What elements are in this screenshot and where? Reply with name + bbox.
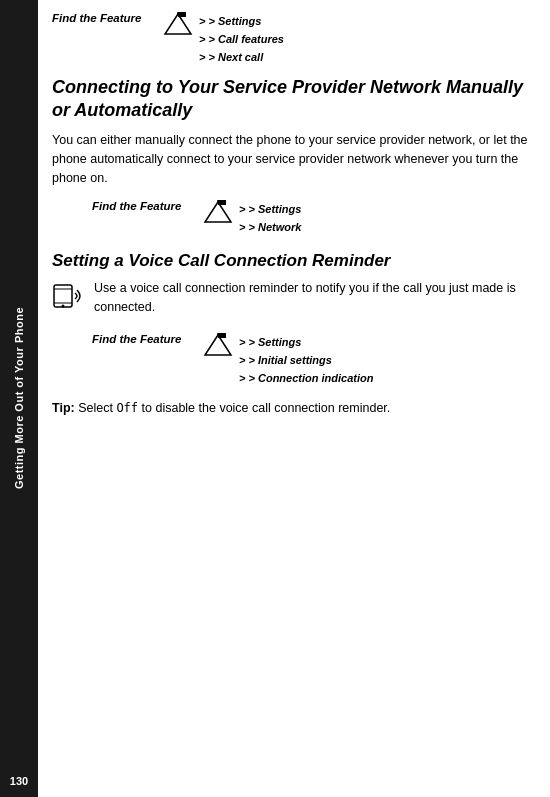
- svg-rect-12: [218, 333, 226, 338]
- middle-find-feature-label: Find the Feature: [92, 200, 197, 212]
- bottom-path-2: > > Initial settings: [239, 351, 373, 369]
- section1-title: Connecting to Your Service Provider Netw…: [52, 76, 532, 121]
- middle-find-feature-paths: > > Settings > > Network: [239, 200, 301, 236]
- svg-rect-6: [54, 285, 72, 307]
- top-path-2: > > Call features: [199, 30, 284, 48]
- main-content: Find the Feature > > Settings > > Call f…: [38, 0, 550, 797]
- tip-paragraph: Tip: Select Off to disable the voice cal…: [52, 399, 532, 418]
- section2-body: Use a voice call connection reminder to …: [94, 279, 532, 317]
- svg-point-9: [62, 305, 65, 308]
- top-find-feature-paths: > > Settings > > Call features > > Next …: [199, 12, 284, 66]
- middle-path-1: > > Settings: [239, 200, 301, 218]
- tip-label: Tip:: [52, 401, 75, 415]
- svg-rect-5: [218, 200, 226, 205]
- tip-text1: Select: [78, 401, 116, 415]
- find-feature-icon-top: [163, 12, 193, 38]
- section2-body-row: Use a voice call connection reminder to …: [52, 279, 532, 323]
- top-find-feature: Find the Feature > > Settings > > Call f…: [52, 12, 532, 66]
- top-path-3: > > Next call: [199, 48, 284, 66]
- tip-code: Off: [116, 401, 138, 415]
- bottom-find-feature-label: Find the Feature: [92, 333, 197, 345]
- section1-body: You can either manually connect the phon…: [52, 131, 532, 187]
- middle-path-2: > > Network: [239, 218, 301, 236]
- section2-title: Setting a Voice Call Connection Reminder: [52, 250, 532, 271]
- bottom-find-feature-paths: > > Settings > > Initial settings > > Co…: [239, 333, 373, 387]
- top-path-1: > > Settings: [199, 12, 284, 30]
- sidebar-label: Getting More Out of Your Phone: [13, 307, 25, 489]
- tip-text2: to disable the voice call connection rem…: [138, 401, 390, 415]
- page-number: 130: [0, 775, 38, 787]
- middle-find-feature: Find the Feature > > Settings > > Networ…: [92, 200, 532, 236]
- bottom-find-feature: Find the Feature > > Settings > > Initia…: [92, 333, 532, 387]
- find-feature-icon-bottom: [203, 333, 233, 359]
- phone-icon: [52, 279, 86, 313]
- top-find-feature-label: Find the Feature: [52, 12, 157, 24]
- find-feature-icon-middle: [203, 200, 233, 226]
- sidebar: Getting More Out of Your Phone 130: [0, 0, 38, 797]
- svg-rect-2: [178, 12, 186, 17]
- bottom-path-1: > > Settings: [239, 333, 373, 351]
- bottom-path-3: > > Connection indication: [239, 369, 373, 387]
